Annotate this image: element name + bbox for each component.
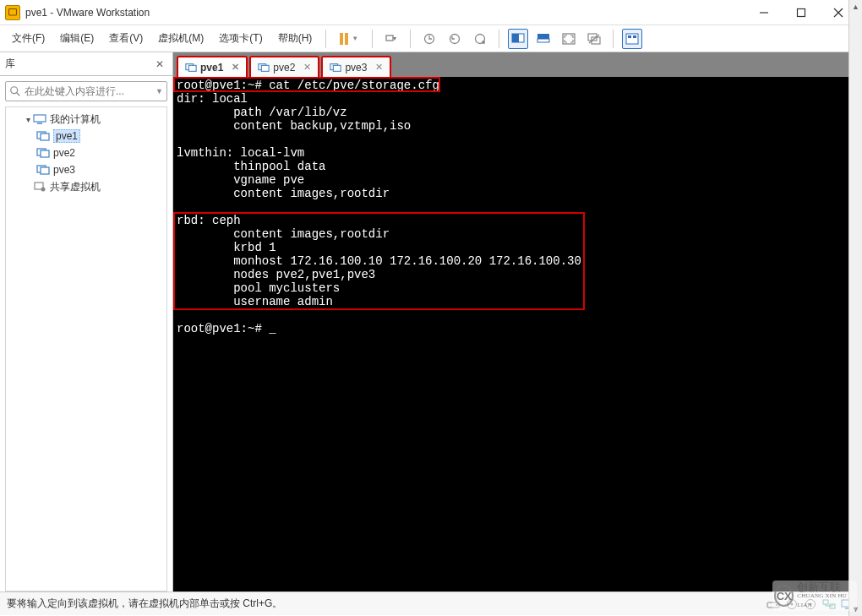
watermark-icon: CX: [774, 585, 794, 607]
view-unity-button[interactable]: [533, 29, 554, 49]
thumbnail-view-button[interactable]: [622, 29, 642, 49]
svg-point-21: [11, 87, 18, 94]
tree-label: pve1: [53, 129, 80, 143]
svg-rect-23: [34, 115, 46, 122]
status-text: 要将输入定向到该虚拟机，请在虚拟机内部单击或按 Ctrl+G。: [7, 597, 766, 611]
svg-point-32: [41, 188, 46, 192]
computer-icon: [33, 113, 46, 125]
tree-label: 我的计算机: [50, 112, 101, 127]
tree-label: pve3: [53, 164, 75, 176]
scroll-up-icon[interactable]: ▲: [849, 0, 862, 14]
terminal-line: root@pve1:~# cat /etc/pve/storage.cfg: [173, 79, 862, 92]
svg-rect-26: [41, 134, 49, 140]
snapshot-revert-button[interactable]: [445, 29, 465, 49]
view-console-button[interactable]: [508, 29, 528, 49]
menu-file[interactable]: 文件(F): [5, 28, 52, 49]
library-tree: ▾ 我的计算机 pve1 pve2 pve3 共享虚拟机: [5, 106, 167, 591]
app-icon: [5, 5, 20, 20]
minimize-button[interactable]: [745, 1, 783, 25]
sidebar-header: 库 ✕: [0, 52, 172, 76]
shared-vm-icon: [33, 181, 46, 193]
terminal-output: dir: local path /var/lib/vz content back…: [173, 92, 862, 335]
tabs-row: pve1 ✕ pve2 ✕ pve3 ✕: [173, 52, 862, 77]
sidebar-close-button[interactable]: ✕: [152, 58, 167, 70]
pause-button[interactable]: ▼: [336, 31, 362, 46]
svg-rect-34: [188, 65, 196, 71]
window-title: pve1 - VMware Workstation: [25, 7, 745, 19]
tab-label: pve1: [200, 62, 223, 74]
content-area: pve1 ✕ pve2 ✕ pve3 ✕ root@pve1:~# cat /e…: [173, 52, 862, 591]
pause-icon: [340, 33, 348, 45]
chevron-down-icon: ▼: [352, 35, 358, 42]
svg-rect-20: [633, 35, 636, 38]
sidebar-title: 库: [5, 57, 152, 71]
statusbar: 要将输入定向到该虚拟机，请在虚拟机内部单击或按 Ctrl+G。: [0, 591, 862, 615]
tab-pve2[interactable]: pve2 ✕: [249, 56, 319, 77]
search-icon: [9, 85, 21, 97]
svg-rect-36: [262, 65, 270, 71]
separator: [613, 30, 614, 48]
scrollbar-track[interactable]: [849, 14, 862, 602]
tree-label: 共享虚拟机: [50, 180, 101, 194]
svg-rect-5: [386, 35, 393, 41]
svg-rect-11: [512, 34, 519, 42]
chevron-down-icon[interactable]: ▼: [155, 87, 163, 95]
tab-close-button[interactable]: ✕: [232, 62, 239, 73]
sidebar: 库 ✕ ▼ ▾ 我的计算机 pve1 pve2: [0, 52, 173, 591]
tree-node-pve3[interactable]: pve3: [8, 161, 165, 178]
separator: [372, 30, 373, 48]
svg-rect-28: [41, 150, 49, 157]
view-cycle-button[interactable]: [584, 29, 604, 49]
tree-label: pve2: [53, 147, 75, 159]
tab-label: pve2: [273, 62, 295, 74]
menu-vm[interactable]: 虚拟机(M): [151, 28, 210, 49]
title-bar: pve1 - VMware Workstation: [0, 0, 862, 25]
snapshot-button[interactable]: [419, 29, 439, 49]
menu-edit[interactable]: 编辑(E): [53, 28, 101, 49]
svg-rect-18: [626, 34, 638, 44]
vm-icon: [185, 63, 197, 73]
svg-rect-13: [537, 39, 549, 42]
svg-rect-30: [41, 167, 49, 174]
tree-node-pve1[interactable]: pve1: [8, 128, 165, 144]
svg-rect-19: [628, 35, 631, 38]
vm-icon: [258, 63, 270, 73]
svg-line-22: [17, 93, 20, 96]
separator: [410, 30, 411, 48]
search-input[interactable]: [25, 85, 154, 97]
vm-icon: [36, 147, 50, 159]
terminal[interactable]: root@pve1:~# cat /etc/pve/storage.cfg di…: [173, 77, 862, 591]
tree-node-pve2[interactable]: pve2: [8, 144, 165, 161]
watermark: CX 创新互联 CHUANG XIN HU LIAN: [772, 581, 857, 611]
fullscreen-button[interactable]: [559, 29, 579, 49]
separator: [325, 30, 326, 48]
menu-view[interactable]: 查看(V): [102, 28, 150, 49]
send-ctrl-alt-del-button[interactable]: [381, 29, 401, 49]
tab-label: pve3: [345, 62, 367, 74]
snapshot-manager-button[interactable]: [470, 29, 490, 49]
maximize-button[interactable]: [783, 1, 820, 25]
svg-rect-2: [798, 8, 805, 16]
svg-point-9: [482, 41, 485, 44]
search-box[interactable]: ▼: [5, 81, 167, 101]
vertical-scrollbar[interactable]: ▲ ▼: [848, 0, 862, 616]
separator: [499, 30, 499, 48]
svg-rect-38: [334, 65, 341, 71]
menu-help[interactable]: 帮助(H): [271, 28, 319, 49]
watermark-sub: CHUANG XIN HU LIAN: [797, 591, 855, 610]
sidebar-search: ▼: [0, 76, 172, 106]
main-area: 库 ✕ ▼ ▾ 我的计算机 pve1 pve2: [0, 52, 862, 591]
tree-node-shared[interactable]: 共享虚拟机: [8, 178, 165, 195]
tab-pve3[interactable]: pve3 ✕: [321, 56, 391, 77]
menubar: 文件(F) 编辑(E) 查看(V) 虚拟机(M) 选项卡(T) 帮助(H) ▼: [0, 25, 862, 52]
watermark-brand: 创新互联: [797, 582, 855, 591]
vm-icon: [330, 63, 341, 73]
tab-pve1[interactable]: pve1 ✕: [177, 56, 248, 77]
tab-close-button[interactable]: ✕: [375, 62, 383, 73]
tree-node-my-computer[interactable]: ▾ 我的计算机: [8, 111, 165, 128]
tab-close-button[interactable]: ✕: [303, 62, 311, 73]
menu-tabs[interactable]: 选项卡(T): [212, 28, 269, 49]
collapse-icon[interactable]: ▾: [23, 115, 33, 124]
svg-line-17: [589, 35, 599, 43]
svg-rect-0: [9, 8, 17, 15]
